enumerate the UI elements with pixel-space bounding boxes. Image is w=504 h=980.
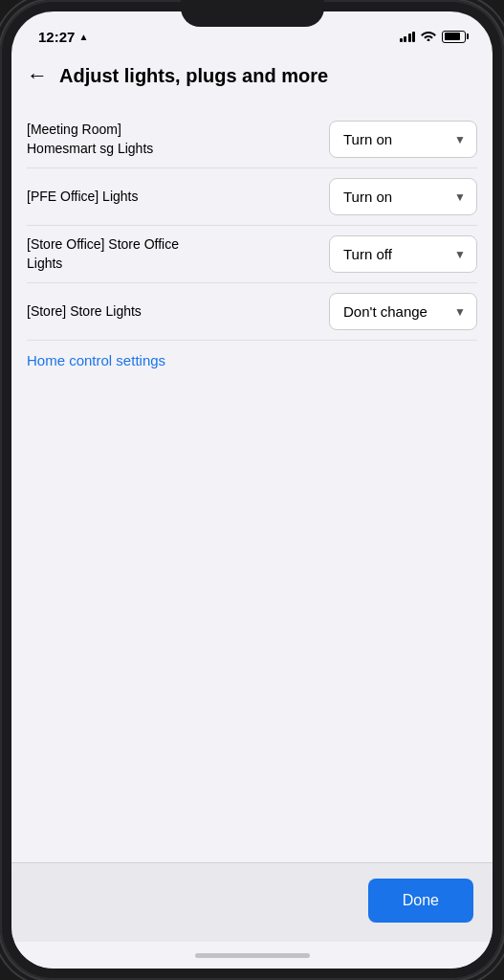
light-label-1: [Meeting Room] Homesmart sg Lights <box>27 121 180 158</box>
light-label-2: [PFE Office] Lights <box>27 188 180 207</box>
light-row: [Store] Store Lights Turn on Turn off Do… <box>27 283 477 341</box>
time-display: 12:27 <box>38 29 75 45</box>
content-area: [Meeting Room] Homesmart sg Lights Turn … <box>11 103 493 862</box>
light-label-3: [Store Office] Store Office Lights <box>27 235 180 273</box>
light-row: [PFE Office] Lights Turn on Turn off Don… <box>27 168 477 226</box>
light-dropdown-3[interactable]: Turn on Turn off Don't change <box>329 235 477 273</box>
light-dropdown-1[interactable]: Turn on Turn off Don't change <box>329 121 477 158</box>
done-button[interactable]: Done <box>368 879 473 923</box>
dropdown-container-1: Turn on Turn off Don't change ▼ <box>329 121 477 158</box>
location-icon: ▲ <box>78 32 88 42</box>
header: ← Adjust lights, plugs and more <box>11 54 493 103</box>
light-dropdown-2[interactable]: Turn on Turn off Don't change <box>329 178 477 215</box>
light-row: [Store Office] Store Office Lights Turn … <box>27 226 477 283</box>
wifi-icon <box>421 30 436 44</box>
home-indicator <box>11 942 493 969</box>
screen: 12:27 ▲ <box>11 11 493 969</box>
battery-icon <box>442 31 466 43</box>
light-row: [Meeting Room] Homesmart sg Lights Turn … <box>27 111 477 168</box>
dropdown-container-2: Turn on Turn off Don't change ▼ <box>329 178 477 215</box>
bottom-area: Done <box>11 862 493 942</box>
dropdown-container-4: Turn on Turn off Don't change ▼ <box>329 293 477 330</box>
app-content: ← Adjust lights, plugs and more [Meeting… <box>11 54 493 969</box>
status-time: 12:27 ▲ <box>38 29 88 45</box>
home-control-link[interactable]: Home control settings <box>27 352 165 368</box>
home-indicator-bar <box>195 953 310 958</box>
status-icons <box>400 30 467 44</box>
light-dropdown-4[interactable]: Turn on Turn off Don't change <box>329 293 477 330</box>
signal-bars-icon <box>400 31 416 42</box>
page-title: Adjust lights, plugs and more <box>59 65 477 87</box>
dropdown-container-3: Turn on Turn off Don't change ▼ <box>329 235 477 273</box>
back-button[interactable]: ← <box>27 63 48 88</box>
notch <box>181 0 324 27</box>
light-label-4: [Store] Store Lights <box>27 302 180 322</box>
phone-frame: 12:27 ▲ <box>0 0 504 980</box>
